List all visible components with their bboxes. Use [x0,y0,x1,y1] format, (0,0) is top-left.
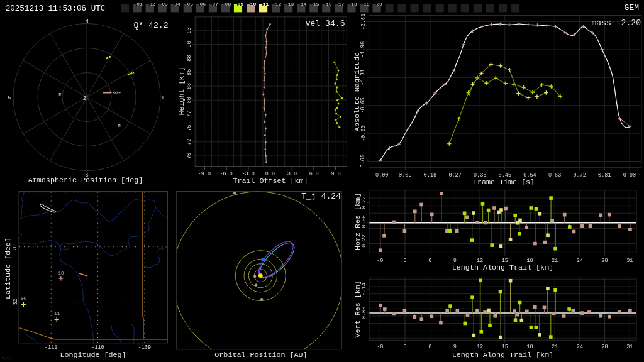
svg-text:03: 03 [162,1,168,7]
svg-text:W: W [8,95,12,101]
svg-text:88: 88 [186,55,192,61]
svg-text:21: 21 [552,344,558,350]
svg-text:0.65: 0.65 [360,155,367,167]
svg-text:07: 07 [212,1,218,7]
svg-text:24: 24 [577,258,583,264]
svg-text:Latitude [deg]: Latitude [deg] [4,238,13,299]
svg-text:72: 72 [186,139,192,145]
svg-text:17: 17 [338,1,345,7]
svg-text:18: 18 [526,344,533,350]
svg-text:04: 04 [174,1,180,7]
svg-text:Height [km]: Height [km] [177,67,186,115]
svg-text:3: 3 [403,344,406,350]
svg-text:20: 20 [376,1,382,7]
svg-text:06: 06 [199,1,206,7]
svg-text:-0.00: -0.00 [361,215,367,231]
svg-text:-0.00: -0.00 [372,172,389,178]
svg-text:-0: -0 [377,258,383,264]
svg-text:15: 15 [313,1,319,7]
svg-text:Z: Z [83,96,87,102]
svg-text:Length Along Trail [km]: Length Along Trail [km] [452,351,553,359]
svg-text:Q* 42.2: Q* 42.2 [133,21,168,30]
svg-text:PyLW: PyLW [2,356,11,361]
svg-text:20251213 11:53:06 UTC: 20251213 11:53:06 UTC [6,4,106,13]
svg-text:0.09: 0.09 [399,172,411,178]
svg-text:0.63: 0.63 [548,172,561,178]
svg-text:M: M [118,123,121,128]
svg-text:Length Along Trail [km]: Length Along Trail [km] [452,263,553,272]
svg-text:6.0: 6.0 [309,171,319,177]
svg-text:0.81: 0.81 [598,172,611,178]
svg-text:31: 31 [626,258,633,264]
svg-text:N: N [85,19,88,25]
svg-text:13: 13 [288,1,294,7]
svg-text:0.14: 0.14 [361,283,367,295]
svg-text:24: 24 [577,344,583,350]
svg-text:Trail Offset [km]: Trail Offset [km] [233,177,308,185]
svg-text:mass -2.20: mass -2.20 [591,18,641,28]
svg-text:Longitude [deg]: Longitude [deg] [60,351,126,359]
svg-text:-0: -0 [377,344,383,350]
svg-text:15: 15 [502,344,508,350]
svg-text:11: 11 [263,1,269,7]
svg-text:0.18: 0.18 [424,172,436,178]
svg-text:0.27: 0.27 [448,172,461,178]
svg-text:70: 70 [186,153,192,159]
svg-text:0.00: 0.00 [361,307,367,319]
svg-text:6: 6 [428,344,431,350]
svg-text:E: E [162,95,165,101]
svg-text:09: 09 [238,1,244,7]
svg-text:14: 14 [301,1,307,7]
svg-text:0.72: 0.72 [573,172,586,178]
svg-text:9.0: 9.0 [331,171,341,177]
svg-text:83: 83 [186,83,192,89]
svg-text:32: 32 [13,299,19,305]
svg-text:3: 3 [403,258,406,264]
svg-text:-9.0: -9.0 [198,171,211,177]
svg-text:08: 08 [225,1,231,7]
svg-text:-0.22: -0.22 [361,234,367,251]
svg-text:vel 34.6: vel 34.6 [306,19,345,28]
svg-text:18: 18 [351,1,357,7]
svg-text:-109: -109 [138,344,151,351]
svg-text:12: 12 [275,1,282,7]
svg-text:10: 10 [250,1,257,7]
svg-text:93: 93 [186,27,192,33]
svg-text:28: 28 [601,344,608,350]
svg-text:12: 12 [477,344,483,350]
svg-text:-110: -110 [91,344,104,351]
svg-text:GEM: GEM [625,3,639,13]
svg-text:80: 80 [186,97,192,103]
svg-text:0.90: 0.90 [623,172,636,178]
svg-text:33: 33 [13,243,19,250]
svg-text:9: 9 [453,344,457,350]
svg-text:10: 10 [58,271,64,276]
svg-text:11: 11 [54,311,60,316]
svg-text:28: 28 [601,258,608,264]
svg-text:19: 19 [364,1,370,7]
svg-text:77: 77 [186,111,192,117]
svg-text:90: 90 [186,41,192,47]
svg-text:01: 01 [136,1,143,7]
svg-text:02: 02 [149,1,155,7]
svg-text:Absolute Magnitude: Absolute Magnitude [353,52,362,131]
svg-text:Atmospheric Position [deg]: Atmospheric Position [deg] [28,176,143,185]
svg-text:75: 75 [186,124,192,131]
svg-text:T_j 4.24: T_j 4.24 [301,192,341,201]
svg-text:6: 6 [428,258,431,264]
svg-text:31: 31 [626,344,633,350]
svg-text:-2.61: -2.61 [360,14,367,30]
svg-text:Orbital Position [AU]: Orbital Position [AU] [214,351,307,359]
svg-text:Frame Time [s]: Frame Time [s] [473,178,535,187]
svg-text:-111: -111 [45,344,57,351]
svg-text:85: 85 [186,69,192,75]
svg-text:16: 16 [326,1,332,7]
svg-text:05: 05 [187,1,193,7]
svg-text:09: 09 [21,296,26,301]
svg-text:-6.0: -6.0 [219,171,232,177]
svg-text:0.22: 0.22 [361,196,367,209]
